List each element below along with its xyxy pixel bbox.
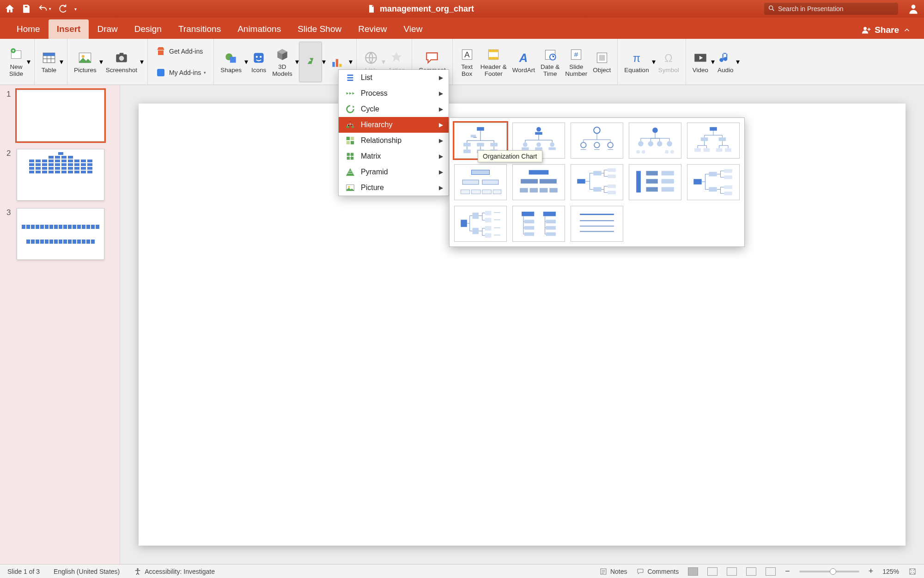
smartart-button[interactable] xyxy=(299,42,322,82)
gallery-horizontal-labeled[interactable] xyxy=(454,206,507,242)
tab-slideshow[interactable]: Slide Show xyxy=(289,19,350,39)
notes-button[interactable]: Notes xyxy=(599,567,627,576)
undo-dropdown[interactable]: ▾ xyxy=(49,6,51,11)
zoom-in[interactable]: + xyxy=(869,566,874,576)
account-icon[interactable] xyxy=(907,3,919,15)
get-addins-button[interactable]: Get Add-ins xyxy=(152,42,210,61)
collapse-ribbon-icon[interactable] xyxy=(903,26,911,34)
video-button[interactable]: Video xyxy=(690,42,711,82)
status-language[interactable]: English (United States) xyxy=(54,568,120,575)
svg-rect-51 xyxy=(477,127,484,131)
redo-icon[interactable] xyxy=(58,4,68,14)
smartart-item-hierarchy[interactable]: Hierarchy▶ xyxy=(339,117,449,133)
view-presenter[interactable] xyxy=(766,567,776,576)
zoom-slider[interactable] xyxy=(799,571,859,572)
home-icon[interactable] xyxy=(5,4,15,14)
smartart-item-list[interactable]: List▶ xyxy=(339,70,449,86)
comments-button[interactable]: Comments xyxy=(636,567,679,576)
smartart-item-cycle[interactable]: Cycle▶ xyxy=(339,101,449,117)
gallery-horizontal-multi[interactable] xyxy=(629,164,681,200)
view-sorter[interactable] xyxy=(707,567,717,576)
zoom-value[interactable]: 125% xyxy=(882,568,899,575)
header-footer-button[interactable]: Header & Footer xyxy=(478,42,510,82)
slide-thumb-3[interactable] xyxy=(17,208,104,260)
save-icon[interactable] xyxy=(21,4,31,14)
gallery-table-hierarchy[interactable] xyxy=(512,164,565,200)
gallery-name-title-org[interactable] xyxy=(571,123,623,159)
svg-rect-37 xyxy=(349,121,352,123)
icons-button[interactable]: Icons xyxy=(248,42,269,82)
view-slideshow[interactable] xyxy=(746,567,756,576)
pictures-button[interactable]: Pictures xyxy=(71,42,99,82)
svg-rect-132 xyxy=(524,226,534,230)
pictures-dropdown[interactable]: ▾ xyxy=(99,57,103,66)
audio-button[interactable]: Audio xyxy=(715,42,736,82)
view-normal[interactable] xyxy=(688,567,698,576)
new-slide-button[interactable]: New Slide xyxy=(6,42,27,82)
screenshot-button[interactable]: Screenshot xyxy=(103,42,140,82)
tab-animations[interactable]: Animations xyxy=(229,19,289,39)
smartart-item-process[interactable]: Process▶ xyxy=(339,86,449,101)
svg-point-76 xyxy=(636,150,640,154)
svg-point-68 xyxy=(581,142,586,148)
slidenum-button[interactable]: # Slide Number xyxy=(562,42,590,82)
svg-rect-89 xyxy=(482,180,498,184)
svg-point-73 xyxy=(648,141,653,147)
equation-button[interactable]: π Equation xyxy=(621,42,651,82)
hierarchy-icon xyxy=(345,120,355,130)
table-button[interactable]: Table xyxy=(38,42,60,82)
3d-models-button[interactable]: 3D Models xyxy=(269,42,295,82)
share-button[interactable]: Share xyxy=(857,25,916,39)
svg-rect-25 xyxy=(489,49,498,52)
symbol-button[interactable]: Ω Symbol xyxy=(656,42,682,82)
gallery-hierarchy[interactable] xyxy=(687,123,740,159)
undo-icon[interactable] xyxy=(38,4,48,14)
tab-home[interactable]: Home xyxy=(8,19,49,39)
svg-rect-81 xyxy=(701,137,708,141)
shapes-button[interactable]: Shapes xyxy=(218,42,244,82)
tab-insert[interactable]: Insert xyxy=(49,19,89,39)
slide-thumb-2[interactable] xyxy=(17,149,104,201)
object-button[interactable]: Object xyxy=(590,42,614,82)
tab-transitions[interactable]: Transitions xyxy=(170,19,229,39)
svg-rect-90 xyxy=(461,190,469,194)
svg-rect-56 xyxy=(463,149,471,153)
status-slide[interactable]: Slide 1 of 3 xyxy=(7,568,40,575)
view-reading[interactable] xyxy=(727,567,737,576)
gallery-labeled-hierarchy[interactable] xyxy=(454,164,507,200)
text-box-button[interactable]: A Text Box xyxy=(456,42,478,82)
gallery-hierarchy-list[interactable] xyxy=(512,206,565,242)
search-input[interactable] xyxy=(764,3,898,15)
table-dropdown[interactable]: ▾ xyxy=(60,57,63,66)
smartart-icon xyxy=(303,54,318,70)
fit-to-window-icon[interactable] xyxy=(908,567,917,576)
svg-point-137 xyxy=(137,568,139,570)
smartart-item-matrix[interactable]: Matrix▶ xyxy=(339,148,449,164)
screenshot-dropdown[interactable]: ▾ xyxy=(140,57,144,66)
slide-thumb-1[interactable] xyxy=(17,90,104,141)
gallery-horizontal-hierarchy[interactable] xyxy=(687,164,740,200)
smartart-item-picture[interactable]: Picture▶ xyxy=(339,180,449,196)
svg-rect-103 xyxy=(593,187,601,192)
zoom-out[interactable]: − xyxy=(785,566,790,576)
thumb-number-2: 2 xyxy=(6,149,12,201)
svg-point-50 xyxy=(348,186,350,188)
datetime-button[interactable]: Date & Time xyxy=(538,42,562,82)
svg-rect-101 xyxy=(577,179,585,184)
smartart-item-pyramid[interactable]: Pyramid▶ xyxy=(339,164,449,180)
textbox-icon: A xyxy=(459,47,475,62)
gallery-half-circle-org[interactable] xyxy=(629,123,681,159)
picture-smartart-icon xyxy=(345,183,355,193)
my-addins-button[interactable]: My Add-ins ▾ xyxy=(152,63,210,82)
gallery-horizontal-org[interactable] xyxy=(571,164,623,200)
smartart-item-relationship[interactable]: Relationship▶ xyxy=(339,133,449,148)
gallery-lined-list[interactable] xyxy=(571,206,623,242)
tab-design[interactable]: Design xyxy=(126,19,170,39)
wordart-button[interactable]: A WordArt xyxy=(510,42,538,82)
tab-review[interactable]: Review xyxy=(350,19,395,39)
tab-draw[interactable]: Draw xyxy=(89,19,126,39)
new-slide-dropdown[interactable]: ▾ xyxy=(27,57,30,66)
tab-view[interactable]: View xyxy=(395,19,431,39)
equation-icon: π xyxy=(629,50,644,66)
status-accessibility[interactable]: Accessibility: Investigate xyxy=(134,567,215,576)
